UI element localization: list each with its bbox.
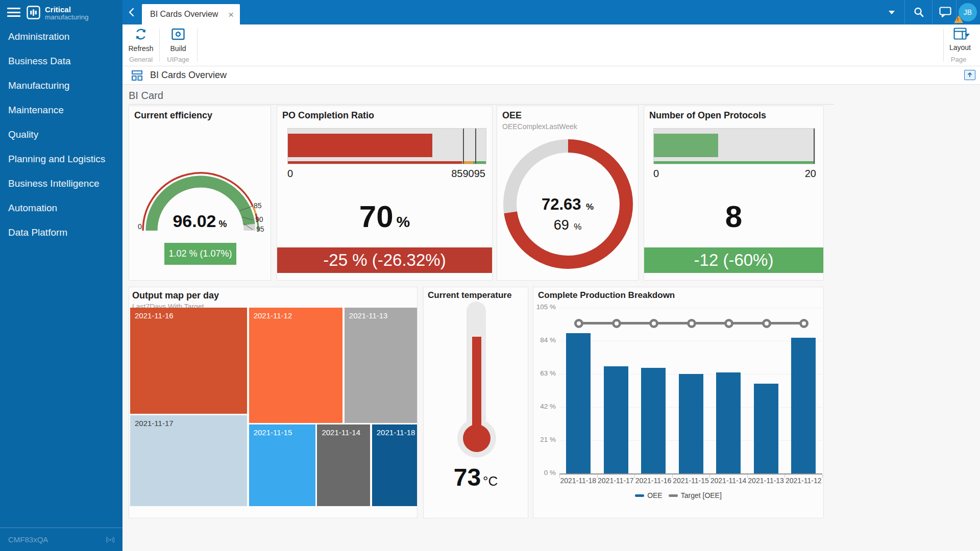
toolbar-group-general: General bbox=[125, 56, 157, 63]
target-marker bbox=[762, 319, 771, 328]
x-axis-tick bbox=[597, 474, 598, 478]
legend-item: OEE bbox=[635, 491, 663, 499]
bullet-bar bbox=[654, 134, 718, 157]
chart-bar bbox=[754, 384, 778, 473]
user-avatar[interactable]: JB ! bbox=[959, 3, 977, 21]
value-unit: % bbox=[574, 222, 581, 232]
toolbar-group-uipage: UIPage bbox=[162, 56, 194, 63]
brand-title: Critical bbox=[45, 6, 89, 14]
bullet-strip-segment bbox=[654, 161, 815, 164]
delta-badge: -12 (-60%) bbox=[644, 247, 823, 273]
sidebar-item-data-platform[interactable]: Data Platform bbox=[0, 220, 122, 245]
chart-bar bbox=[641, 368, 666, 473]
layout-button[interactable]: Layout bbox=[945, 28, 975, 52]
card-po-completion-ratio: PO Completion Ratio 0 859095 70% -25 % (… bbox=[277, 106, 493, 281]
main-content: BI Card Current efficiency 0 85 90 95 96… bbox=[122, 85, 980, 551]
dashboard-cards-icon bbox=[132, 70, 142, 81]
sidebar-item-label: Planning and Logistics bbox=[8, 154, 105, 165]
y-axis-tick-label: 105 % bbox=[534, 303, 556, 311]
card-title: Number of Open Protocols bbox=[649, 110, 766, 121]
divider bbox=[932, 0, 933, 24]
build-label: Build bbox=[162, 44, 194, 53]
legend-swatch bbox=[635, 494, 644, 497]
delta-badge: 1.02 % (1.07%) bbox=[164, 243, 236, 265]
tab-bi-cards-overview[interactable]: BI Cards Overview × bbox=[142, 4, 240, 24]
card-title: PO Completion Ratio bbox=[282, 110, 374, 121]
sidebar-item-business-data[interactable]: Business Data bbox=[0, 49, 122, 73]
sidebar-item-automation[interactable]: Automation bbox=[0, 196, 122, 220]
treemap-cell: 2021-11-17 bbox=[130, 415, 247, 506]
sidebar-item-label: Data Platform bbox=[8, 227, 67, 238]
build-gear-icon bbox=[172, 28, 185, 41]
sidebar-item-manufacturing[interactable]: Manufacturing bbox=[0, 73, 122, 98]
sidebar-item-label: Administration bbox=[8, 31, 69, 42]
sidebar-item-maintenance[interactable]: Maintenance bbox=[0, 98, 122, 122]
kpi-value: 70% bbox=[277, 199, 492, 234]
target-marker bbox=[687, 319, 696, 328]
legend-label: OEE bbox=[647, 491, 663, 499]
sidebar: Critical manufacturing Administration Bu… bbox=[0, 0, 122, 551]
chat-icon[interactable] bbox=[939, 7, 951, 18]
sidebar-item-administration[interactable]: Administration bbox=[0, 24, 122, 49]
target-marker bbox=[612, 319, 621, 328]
bullet-target-line bbox=[475, 129, 476, 164]
value-unit: °C bbox=[483, 473, 498, 489]
chart-bar bbox=[566, 333, 591, 473]
card-current-efficiency: Current efficiency 0 85 90 95 96.02% 1.0… bbox=[129, 106, 271, 281]
layout-dropdown-icon[interactable] bbox=[965, 34, 970, 37]
breadcrumb: BI Cards Overview bbox=[122, 66, 980, 85]
avatar-initials: JB bbox=[964, 8, 972, 16]
x-axis-tick bbox=[672, 474, 673, 478]
build-button[interactable]: Build bbox=[162, 28, 194, 53]
axis-max-label: 20 bbox=[805, 168, 816, 180]
warning-exclamation: ! bbox=[957, 17, 959, 22]
value-number: 72.63 bbox=[542, 195, 581, 213]
sidebar-item-quality[interactable]: Quality bbox=[0, 122, 122, 147]
bullet-chart bbox=[287, 128, 486, 164]
axis-min-label: 0 bbox=[287, 168, 293, 180]
sidebar-item-label: Automation bbox=[8, 203, 57, 214]
x-axis-tick bbox=[822, 474, 823, 478]
refresh-button[interactable]: Refresh bbox=[125, 28, 157, 53]
chart-bar bbox=[716, 372, 741, 473]
menu-hamburger-icon[interactable] bbox=[7, 8, 20, 17]
sidebar-item-business-intelligence[interactable]: Business Intelligence bbox=[0, 171, 122, 196]
collapse-panel-button[interactable] bbox=[964, 70, 975, 80]
x-axis-tick bbox=[559, 474, 560, 478]
x-axis-tick-label: 2021-11-14 bbox=[709, 477, 747, 485]
x-axis-tick-label: 2021-11-16 bbox=[634, 477, 672, 485]
value-number: 96.02 bbox=[173, 211, 216, 231]
chart-column bbox=[709, 308, 747, 473]
value-unit: % bbox=[586, 202, 594, 212]
tab-close-icon[interactable]: × bbox=[228, 10, 234, 19]
sidebar-item-planning-logistics[interactable]: Planning and Logistics bbox=[0, 147, 122, 171]
chart-column bbox=[559, 308, 597, 473]
bullet-strip-segment bbox=[288, 161, 462, 164]
sidebar-nav: Administration Business Data Manufacturi… bbox=[0, 24, 122, 245]
value-number: 69 bbox=[554, 217, 569, 233]
toolbar-group-page: Page bbox=[944, 56, 973, 63]
search-icon[interactable] bbox=[913, 7, 924, 18]
environment-label: CMF83xQA bbox=[8, 535, 48, 544]
thermometer-mercury bbox=[472, 337, 481, 434]
tab-list-dropdown-icon[interactable] bbox=[889, 11, 895, 14]
x-axis-tick-label: 2021-11-12 bbox=[785, 477, 822, 485]
app-logo: Critical manufacturing bbox=[27, 6, 89, 21]
application-window: Critical manufacturing Administration Bu… bbox=[0, 0, 980, 551]
divider bbox=[159, 29, 160, 62]
x-axis-tick bbox=[634, 474, 635, 478]
target-marker bbox=[799, 319, 808, 328]
target-marker bbox=[574, 319, 583, 328]
card-oee: OEE OEEComplexLastWeek 72.63 % 69 % bbox=[497, 106, 639, 281]
chart-bar bbox=[679, 374, 703, 473]
divider bbox=[197, 29, 198, 62]
tab-title: BI Cards Overview bbox=[150, 10, 218, 19]
refresh-label: Refresh bbox=[125, 44, 157, 53]
back-chevron-icon[interactable] bbox=[128, 8, 137, 17]
treemap-cell: 2021-11-13 bbox=[345, 308, 417, 423]
legend-swatch bbox=[669, 494, 678, 497]
divider bbox=[129, 104, 834, 105]
chart-plot-area bbox=[559, 308, 822, 474]
brand-subtitle: manufacturing bbox=[45, 14, 89, 21]
oee-donut-chart bbox=[497, 106, 638, 280]
